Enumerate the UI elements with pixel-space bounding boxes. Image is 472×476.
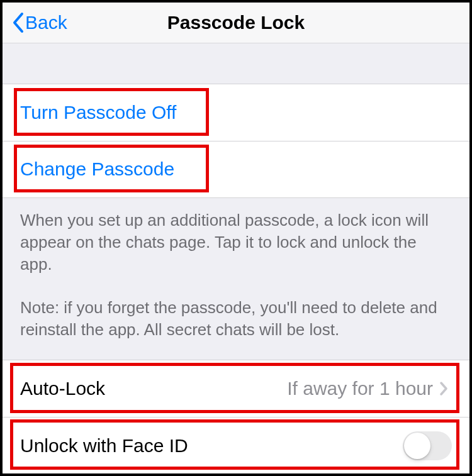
navbar: Back Passcode Lock bbox=[3, 3, 469, 43]
page-title: Passcode Lock bbox=[167, 12, 305, 33]
change-passcode-label: Change Passcode bbox=[20, 158, 174, 180]
turn-passcode-off-label: Turn Passcode Off bbox=[20, 102, 176, 123]
chevron-left-icon bbox=[11, 12, 24, 33]
turn-passcode-off-row[interactable]: Turn Passcode Off bbox=[3, 84, 469, 141]
auto-lock-value: If away for 1 hour bbox=[287, 378, 452, 399]
auto-lock-row[interactable]: Auto-Lock If away for 1 hour bbox=[3, 360, 469, 417]
footer-paragraph: Note: if you forget the passcode, you'll… bbox=[20, 297, 452, 341]
auto-lock-label: Auto-Lock bbox=[20, 378, 105, 399]
face-id-toggle[interactable] bbox=[403, 431, 452, 460]
back-label: Back bbox=[25, 12, 67, 33]
options-group: Auto-Lock If away for 1 hour Unlock with… bbox=[3, 360, 469, 473]
toggle-knob bbox=[404, 433, 430, 459]
passcode-actions-group: Turn Passcode Off Change Passcode bbox=[3, 84, 469, 198]
chevron-right-icon bbox=[439, 381, 448, 396]
change-passcode-row[interactable]: Change Passcode bbox=[3, 141, 469, 197]
unlock-face-id-label: Unlock with Face ID bbox=[20, 435, 188, 457]
footer-paragraph: When you set up an additional passcode, … bbox=[20, 209, 452, 275]
section-gap bbox=[3, 43, 469, 84]
unlock-face-id-row: Unlock with Face ID bbox=[3, 417, 469, 473]
section-footer-text: When you set up an additional passcode, … bbox=[3, 198, 469, 360]
back-button[interactable]: Back bbox=[11, 12, 67, 33]
auto-lock-value-text: If away for 1 hour bbox=[287, 378, 433, 399]
